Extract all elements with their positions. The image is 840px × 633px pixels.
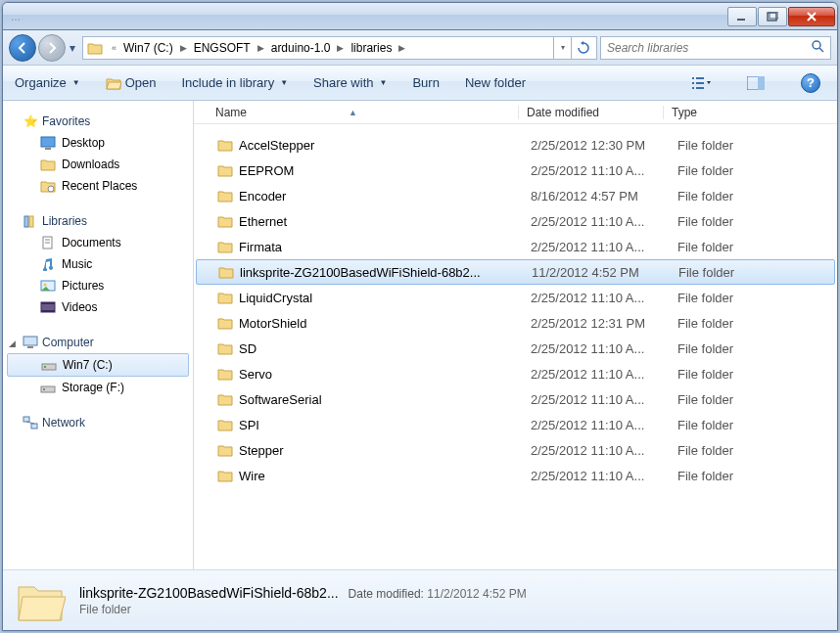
file-date: 2/25/2012 11:10 A... (531, 163, 677, 178)
help-button[interactable]: ? (796, 71, 825, 95)
file-name: MotorShield (239, 316, 306, 331)
open-button[interactable]: Open (106, 75, 157, 91)
titlebar[interactable]: ... (3, 3, 837, 30)
favorites-header[interactable]: ⭐Favorites (3, 111, 193, 132)
maximize-button[interactable] (758, 7, 787, 26)
sidebar-item-videos[interactable]: Videos (3, 296, 193, 318)
svg-rect-31 (43, 388, 45, 390)
svg-rect-1 (768, 13, 776, 21)
preview-pane-button[interactable] (741, 71, 770, 95)
chevron-icon[interactable]: ▶ (332, 43, 349, 53)
file-type: File folder (677, 418, 837, 432)
chevron-icon[interactable]: ▶ (175, 43, 192, 53)
navigation-pane[interactable]: ⭐Favorites Desktop Downloads Recent Plac… (3, 101, 194, 569)
close-button[interactable] (788, 7, 835, 26)
view-options-button[interactable] (686, 71, 716, 95)
column-name[interactable]: Name▲ (208, 106, 519, 119)
sidebar-item-drive-c[interactable]: Win7 (C:) (7, 353, 189, 377)
breadcrumb-segment[interactable]: Win7 (C:) (121, 41, 175, 55)
videos-icon (40, 299, 56, 315)
breadcrumb-segment[interactable]: ENGSOFT (192, 41, 253, 55)
share-with-menu[interactable]: Share with▼ (313, 75, 387, 90)
column-date[interactable]: Date modified (519, 106, 664, 119)
svg-point-3 (813, 41, 820, 49)
file-row[interactable]: Servo2/25/2012 11:10 A...File folder (194, 361, 837, 386)
file-row[interactable]: SD2/25/2012 11:10 A...File folder (194, 336, 837, 361)
chevron-icon[interactable]: ▶ (253, 43, 269, 53)
svg-rect-9 (692, 87, 694, 89)
breadcrumb[interactable]: « Win7 (C:) ▶ ENGSOFT ▶ arduino-1.0 ▶ li… (82, 36, 597, 60)
file-type: File folder (677, 291, 837, 305)
documents-icon (40, 235, 56, 250)
folder-icon (217, 468, 233, 483)
libraries-group: Libraries Documents Music Pictures Video… (3, 210, 193, 318)
sidebar-item-music[interactable]: Music (3, 253, 193, 275)
sidebar-item-recent-places[interactable]: Recent Places (3, 175, 193, 197)
sidebar-item-drive-f[interactable]: Storage (F:) (3, 377, 193, 398)
search-input[interactable] (607, 41, 811, 55)
include-in-library-menu[interactable]: Include in library▼ (181, 75, 288, 90)
organize-menu[interactable]: Organize▼ (15, 75, 80, 90)
folder-icon (217, 290, 233, 305)
computer-header[interactable]: ◢Computer (3, 332, 193, 353)
file-row[interactable]: MotorShield2/25/2012 12:31 PMFile folder (194, 310, 837, 336)
file-date: 2/25/2012 11:10 A... (531, 469, 677, 483)
file-row[interactable]: LiquidCrystal2/25/2012 11:10 A...File fo… (194, 285, 837, 310)
breadcrumb-segment[interactable]: libraries (349, 41, 394, 55)
breadcrumb-segment[interactable]: arduino-1.0 (269, 41, 333, 55)
svg-rect-8 (696, 82, 704, 84)
file-type: File folder (677, 189, 837, 203)
breadcrumb-dropdown[interactable]: ▾ (553, 36, 571, 60)
file-row[interactable]: EEPROM2/25/2012 11:10 A...File folder (194, 158, 837, 183)
details-date-label: Date modified: (349, 587, 424, 601)
sidebar-item-pictures[interactable]: Pictures (3, 275, 193, 296)
minimize-button[interactable] (727, 7, 757, 26)
file-name: SoftwareSerial (239, 392, 322, 407)
search-icon[interactable] (811, 39, 824, 56)
column-type[interactable]: Type (664, 106, 837, 119)
back-button[interactable] (9, 34, 36, 62)
star-icon: ⭐ (23, 113, 38, 129)
file-row[interactable]: Firmata2/25/2012 11:10 A...File folder (194, 234, 837, 259)
svg-rect-24 (41, 302, 55, 304)
help-icon: ? (801, 73, 820, 93)
file-row[interactable]: Stepper2/25/2012 11:10 A...File folder (194, 437, 837, 463)
burn-button[interactable]: Burn (412, 75, 439, 90)
network-header[interactable]: Network (3, 412, 193, 433)
file-row[interactable]: linksprite-ZG2100BasedWiFiShield-68b2...… (196, 259, 835, 285)
chevron-icon[interactable]: ▶ (394, 43, 410, 53)
chevron-down-icon: ▼ (280, 78, 288, 87)
file-row[interactable]: AccelStepper2/25/2012 12:30 PMFile folde… (194, 132, 837, 158)
file-name: EEPROM (239, 163, 294, 178)
file-name: Encoder (239, 189, 286, 203)
search-box[interactable] (600, 36, 831, 60)
file-row[interactable]: SPI2/25/2012 11:10 A...File folder (194, 412, 837, 437)
sidebar-item-downloads[interactable]: Downloads (3, 154, 193, 175)
sidebar-item-documents[interactable]: Documents (3, 232, 193, 253)
folder-icon (217, 137, 233, 153)
file-list[interactable]: AccelStepper2/25/2012 12:30 PMFile folde… (194, 124, 837, 569)
file-row[interactable]: Encoder8/16/2012 4:57 PMFile folder (194, 183, 837, 208)
file-row[interactable]: Ethernet2/25/2012 11:10 A...File folder (194, 208, 837, 234)
pictures-icon (40, 278, 56, 294)
file-name: linksprite-ZG2100BasedWiFiShield-68b2... (240, 265, 481, 280)
file-date: 2/25/2012 11:10 A... (531, 240, 677, 254)
svg-point-22 (44, 284, 47, 287)
file-date: 2/25/2012 11:10 A... (531, 367, 677, 382)
recent-icon (40, 178, 56, 194)
explorer-window: ... ▾ « Win7 (C:) ▶ ENGSOFT ▶ arduino-1.… (2, 2, 838, 631)
refresh-button[interactable] (571, 36, 594, 60)
computer-icon (23, 335, 38, 350)
file-row[interactable]: Wire2/25/2012 11:10 A...File folder (194, 463, 837, 488)
new-folder-button[interactable]: New folder (465, 75, 526, 90)
libraries-icon (23, 213, 38, 229)
desktop-icon (40, 135, 56, 151)
sidebar-item-desktop[interactable]: Desktop (3, 132, 193, 154)
expand-triangle-icon[interactable]: ◢ (9, 339, 16, 348)
chevron-icon[interactable]: « (107, 43, 121, 53)
file-row[interactable]: SoftwareSerial2/25/2012 11:10 A...File f… (194, 386, 837, 412)
forward-button[interactable] (38, 34, 66, 62)
history-dropdown[interactable]: ▾ (66, 34, 79, 62)
libraries-header[interactable]: Libraries (3, 210, 193, 232)
folder-icon (217, 188, 233, 203)
